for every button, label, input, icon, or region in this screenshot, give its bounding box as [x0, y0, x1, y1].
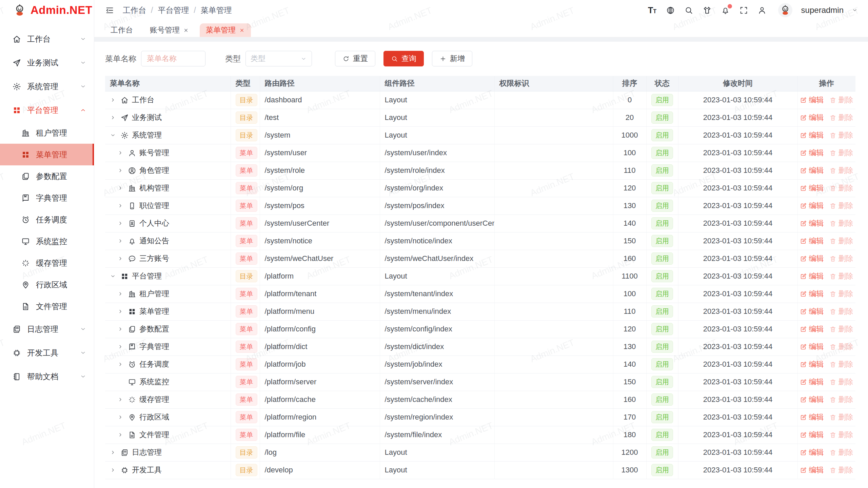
close-icon[interactable] — [183, 27, 189, 33]
delete-button[interactable]: 删除 — [829, 165, 853, 176]
edit-button[interactable]: 编辑 — [800, 218, 824, 228]
edit-button[interactable]: 编辑 — [800, 359, 824, 369]
sidebar-subitem-3-5[interactable]: 系统监控 — [0, 230, 94, 252]
sidebar-item-3[interactable]: 平台管理 — [0, 98, 94, 122]
delete-button[interactable]: 删除 — [829, 306, 853, 317]
edit-button[interactable]: 编辑 — [800, 342, 824, 352]
delete-button[interactable]: 删除 — [829, 430, 853, 440]
expand-chevron-right-icon[interactable] — [117, 396, 123, 403]
delete-button[interactable]: 删除 — [829, 218, 853, 228]
expand-chevron-right-icon[interactable] — [117, 414, 123, 420]
delete-button[interactable]: 删除 — [829, 271, 853, 281]
sidebar-subitem-3-7[interactable]: 行政区域 — [0, 274, 94, 296]
tab-1[interactable]: 账号管理 — [144, 23, 195, 37]
delete-button[interactable]: 删除 — [829, 447, 853, 458]
edit-button[interactable]: 编辑 — [800, 271, 824, 281]
edit-button[interactable]: 编辑 — [800, 430, 824, 440]
type-select[interactable]: 类型 — [245, 51, 312, 66]
delete-button[interactable]: 删除 — [829, 377, 853, 387]
expand-chevron-right-icon[interactable] — [110, 449, 116, 455]
delete-button[interactable]: 删除 — [829, 201, 853, 211]
edit-button[interactable]: 编辑 — [800, 148, 824, 158]
sidebar-item-5[interactable]: 开发工具 — [0, 341, 94, 365]
edit-button[interactable]: 编辑 — [800, 394, 824, 405]
expand-chevron-right-icon[interactable] — [110, 467, 116, 473]
expand-chevron-right-icon[interactable] — [110, 115, 116, 121]
expand-chevron-right-icon[interactable] — [110, 97, 116, 103]
delete-button[interactable]: 删除 — [829, 412, 853, 422]
username[interactable]: superadmin — [801, 5, 844, 15]
breadcrumb-item[interactable]: 菜单管理 — [201, 5, 232, 16]
notification-icon[interactable] — [721, 5, 731, 15]
delete-button[interactable]: 删除 — [829, 359, 853, 369]
avatar[interactable] — [778, 3, 792, 17]
expand-chevron-right-icon[interactable] — [117, 432, 123, 438]
expand-chevron-right-icon[interactable] — [117, 238, 123, 244]
edit-button[interactable]: 编辑 — [800, 324, 824, 334]
expand-chevron-right-icon[interactable] — [117, 185, 123, 191]
delete-button[interactable]: 删除 — [829, 113, 853, 123]
sidebar-item-6[interactable]: 帮助文档 — [0, 365, 94, 388]
expand-chevron-right-icon[interactable] — [117, 361, 123, 367]
delete-button[interactable]: 删除 — [829, 253, 853, 264]
edit-button[interactable]: 编辑 — [800, 377, 824, 387]
edit-button[interactable]: 编辑 — [800, 113, 824, 123]
expand-chevron-right-icon[interactable] — [117, 344, 123, 350]
edit-button[interactable]: 编辑 — [800, 289, 824, 299]
delete-button[interactable]: 删除 — [829, 236, 853, 246]
logo[interactable]: Admin.NET — [0, 0, 94, 20]
edit-button[interactable]: 编辑 — [800, 236, 824, 246]
sidebar-subitem-3-0[interactable]: 租户管理 — [0, 122, 94, 144]
font-size-icon[interactable]: TT — [647, 5, 657, 15]
menu-name-input[interactable] — [141, 51, 205, 66]
sidebar-subitem-3-2[interactable]: 参数配置 — [0, 165, 94, 187]
tab-2[interactable]: 菜单管理 — [200, 23, 251, 37]
delete-button[interactable]: 删除 — [829, 324, 853, 334]
delete-button[interactable]: 删除 — [829, 148, 853, 158]
fullscreen-icon[interactable] — [739, 5, 749, 15]
user-menu-chevron-down-icon[interactable] — [852, 7, 858, 13]
expand-chevron-right-icon[interactable] — [117, 167, 123, 174]
delete-button[interactable]: 删除 — [829, 183, 853, 193]
sidebar-subitem-3-3[interactable]: 字典管理 — [0, 187, 94, 209]
breadcrumb-item[interactable]: 平台管理 — [158, 5, 189, 16]
sidebar-subitem-3-1[interactable]: 菜单管理 — [0, 144, 94, 165]
edit-button[interactable]: 编辑 — [800, 183, 824, 193]
expand-chevron-right-icon[interactable] — [117, 291, 123, 297]
delete-button[interactable]: 删除 — [829, 289, 853, 299]
expand-chevron-down-icon[interactable] — [110, 132, 116, 138]
sidebar-item-4[interactable]: 日志管理 — [0, 317, 94, 341]
delete-button[interactable]: 删除 — [829, 394, 853, 405]
edit-button[interactable]: 编辑 — [800, 95, 824, 105]
search-icon[interactable] — [684, 5, 694, 15]
expand-chevron-right-icon[interactable] — [117, 150, 123, 156]
breadcrumb-item[interactable]: 工作台 — [123, 5, 146, 16]
edit-button[interactable]: 编辑 — [800, 201, 824, 211]
delete-button[interactable]: 删除 — [829, 342, 853, 352]
edit-button[interactable]: 编辑 — [800, 447, 824, 458]
close-icon[interactable] — [239, 27, 245, 33]
tab-0[interactable]: 工作台 — [104, 23, 139, 37]
menu-fold-icon[interactable] — [104, 5, 115, 15]
delete-button[interactable]: 删除 — [829, 465, 853, 475]
edit-button[interactable]: 编辑 — [800, 465, 824, 475]
expand-chevron-right-icon[interactable] — [117, 308, 123, 314]
language-icon[interactable] — [666, 5, 676, 15]
sidebar-subitem-3-6[interactable]: 缓存管理 — [0, 252, 94, 274]
expand-chevron-right-icon[interactable] — [117, 203, 123, 209]
profile-icon[interactable] — [757, 5, 767, 15]
expand-chevron-right-icon[interactable] — [117, 326, 123, 332]
add-button[interactable]: 新增 — [432, 51, 472, 66]
delete-button[interactable]: 删除 — [829, 95, 853, 105]
expand-chevron-right-icon[interactable] — [117, 220, 123, 226]
reset-button[interactable]: 重置 — [335, 51, 375, 66]
edit-button[interactable]: 编辑 — [800, 412, 824, 422]
edit-button[interactable]: 编辑 — [800, 130, 824, 140]
delete-button[interactable]: 删除 — [829, 130, 853, 140]
edit-button[interactable]: 编辑 — [800, 306, 824, 317]
edit-button[interactable]: 编辑 — [800, 253, 824, 264]
query-button[interactable]: 查询 — [383, 51, 424, 66]
sidebar-item-1[interactable]: 业务测试 — [0, 51, 94, 75]
sidebar-item-2[interactable]: 系统管理 — [0, 75, 94, 98]
sidebar-item-0[interactable]: 工作台 — [0, 27, 94, 51]
